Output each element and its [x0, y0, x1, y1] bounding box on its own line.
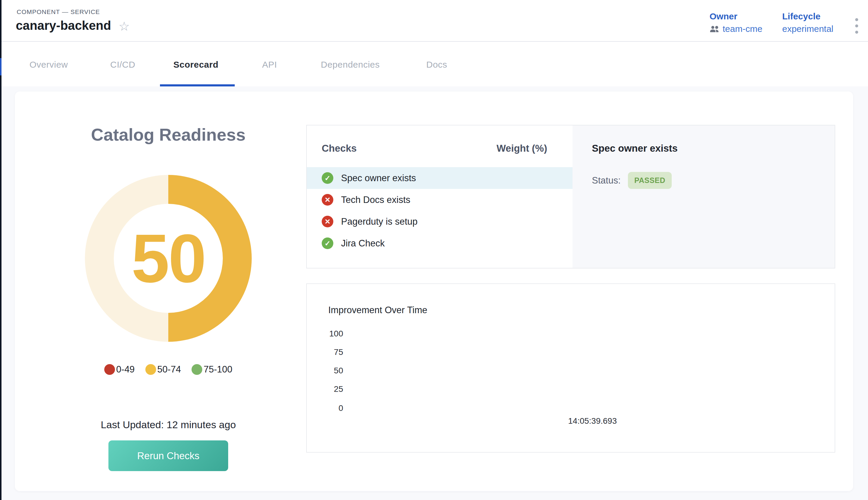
tab-overview[interactable]: Overview — [30, 60, 68, 70]
x-icon: ✕ — [322, 194, 333, 206]
owner-value[interactable]: team-cme — [709, 24, 762, 34]
check-row[interactable]: ✓Spec owner exists25 — [307, 167, 572, 189]
active-tab-underline — [160, 84, 235, 87]
score-gauge-inner: 50 — [114, 204, 223, 313]
legend-item: 50-74 — [146, 364, 181, 375]
score-gauge: 50 — [85, 175, 252, 342]
check-name: Jira Check — [341, 238, 572, 249]
legend-item: 75-100 — [192, 364, 232, 375]
lifecycle-block: Lifecycle experimental — [782, 11, 833, 34]
y-axis-tick: 0 — [319, 404, 343, 413]
score-legend: 0-49 50-74 75-100 — [49, 364, 288, 375]
check-name: Tech Docs exists — [341, 195, 572, 205]
owner-block: Owner team-cme — [709, 11, 762, 34]
x-icon: ✕ — [322, 216, 333, 227]
legend-item: 0-49 — [104, 364, 135, 375]
check-row[interactable]: ✕Pagerduty is setup25 — [307, 211, 572, 232]
tab-cicd[interactable]: CI/CD — [110, 60, 135, 70]
status-label: Status: — [592, 175, 621, 186]
check-row[interactable]: ✓Jira Check25 — [307, 232, 572, 254]
rerun-checks-button[interactable]: Rerun Checks — [108, 440, 228, 471]
page-title: canary-backend — [16, 19, 111, 33]
y-axis-tick: 50 — [319, 366, 343, 375]
tab-scorecard[interactable]: Scorecard — [173, 60, 218, 70]
tab-docs[interactable]: Docs — [426, 60, 447, 70]
tab-indicator-edge — [0, 58, 1, 76]
legend-dot-amber — [146, 364, 156, 375]
y-axis-tick: 75 — [319, 348, 343, 357]
breadcrumb: COMPONENT — SERVICE — [17, 8, 100, 15]
people-icon — [709, 25, 720, 33]
tab-dependencies[interactable]: Dependencies — [321, 60, 380, 70]
last-updated-text: Last Updated: 12 minutes ago — [49, 419, 288, 431]
checks-panel: Checks Weight (%) ✓Spec owner exists25✕T… — [306, 125, 835, 269]
improvement-chart-panel: Improvement Over Time 100 75 50 25 0 14:… — [306, 283, 835, 453]
status-badge: PASSED — [628, 172, 672, 189]
tab-bar: Overview CI/CD Scorecard API Dependencie… — [0, 42, 868, 87]
check-icon: ✓ — [322, 238, 333, 249]
legend-dot-green — [192, 364, 202, 375]
check-icon: ✓ — [322, 172, 333, 184]
kebab-menu-icon[interactable] — [851, 15, 862, 36]
checks-column-header: Checks — [322, 143, 357, 154]
owner-label: Owner — [709, 11, 762, 21]
entity-header: COMPONENT — SERVICE canary-backend ☆ Own… — [0, 0, 868, 42]
check-detail-title: Spec owner exists — [592, 143, 678, 154]
check-detail-panel: Spec owner exists Status: PASSED — [572, 125, 835, 268]
favorite-star-icon[interactable]: ☆ — [118, 20, 130, 33]
check-name: Pagerduty is setup — [341, 216, 572, 227]
check-row[interactable]: ✕Tech Docs exists25 — [307, 189, 572, 211]
lifecycle-label: Lifecycle — [782, 11, 833, 21]
status-row: Status: PASSED — [592, 172, 672, 189]
scorecard-title: Catalog Readiness — [49, 125, 288, 145]
y-axis-tick: 100 — [319, 329, 343, 339]
weight-column-header: Weight (%) — [489, 143, 555, 154]
x-axis-tick: 14:05:39.693 — [554, 416, 631, 426]
chart-title: Improvement Over Time — [328, 305, 427, 316]
lifecycle-value: experimental — [782, 24, 833, 34]
legend-dot-red — [104, 364, 115, 375]
check-name: Spec owner exists — [341, 173, 572, 184]
y-axis-tick: 25 — [319, 384, 343, 394]
score-value: 50 — [131, 219, 205, 298]
checks-table: ✓Spec owner exists25✕Tech Docs exists25✕… — [307, 167, 572, 254]
tab-api[interactable]: API — [262, 60, 277, 70]
